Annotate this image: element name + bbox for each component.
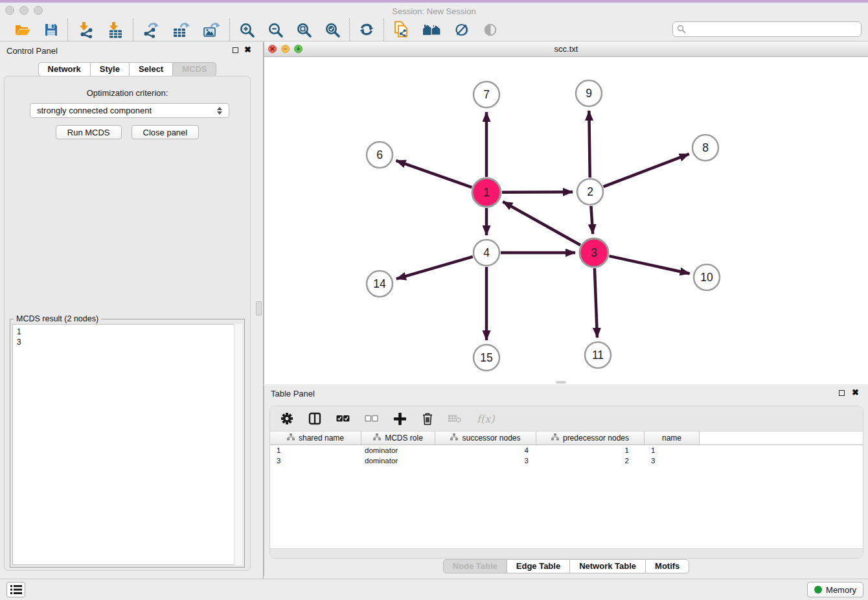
edge-1-6[interactable] — [396, 161, 472, 187]
zoom-selected-icon[interactable] — [325, 22, 340, 38]
graph-node-4[interactable]: 4 — [474, 240, 499, 266]
table-row[interactable]: 1dominator411 — [270, 445, 863, 456]
graph-node-11[interactable]: 11 — [585, 342, 611, 368]
svg-text:15: 15 — [480, 351, 492, 364]
control-panel: Control Panel ✖ NetworkStyleSelectMCDS O… — [0, 42, 255, 579]
cell-successor-nodes[interactable]: 4 — [435, 446, 536, 454]
delete-column-icon[interactable] — [422, 412, 433, 426]
hide-graphics-details-icon[interactable] — [455, 23, 470, 37]
splitter-grip[interactable] — [256, 301, 262, 316]
export-image-icon[interactable] — [203, 21, 220, 38]
list-icon — [10, 585, 22, 594]
column-header-predecessor-nodes[interactable]: predecessor nodes — [536, 431, 645, 444]
search-input[interactable] — [672, 21, 862, 37]
column-header-shared-name[interactable]: shared name — [270, 431, 361, 444]
import-network-icon[interactable] — [77, 21, 94, 38]
edge-2-8[interactable] — [604, 154, 689, 187]
cell-shared-name[interactable]: 3 — [270, 457, 361, 465]
tab-motifs[interactable]: Motifs — [645, 559, 689, 573]
unselect-all-icon[interactable] — [365, 415, 378, 422]
export-network-icon[interactable] — [143, 21, 159, 38]
table-close-icon[interactable]: ✖ — [852, 387, 859, 397]
control-panel-title: Control Panel — [6, 46, 58, 56]
edge-2-9[interactable] — [589, 111, 589, 178]
column-header-MCDS-role[interactable]: MCDS role — [361, 431, 435, 444]
tab-select[interactable]: Select — [129, 62, 173, 76]
first-neighbors-icon[interactable] — [393, 21, 409, 38]
delete-table-icon[interactable] — [448, 413, 462, 424]
search-box — [672, 21, 862, 37]
tab-network[interactable]: Network — [38, 62, 91, 76]
edge-1-2[interactable] — [502, 192, 573, 192]
show-graphics-details-icon[interactable] — [483, 23, 497, 37]
network-window: ✕ − + scc.txt 7968124314101511 — [264, 41, 868, 384]
network-canvas[interactable]: 7968124314101511 — [264, 57, 868, 384]
edge-3-1[interactable] — [503, 202, 580, 245]
graph-node-10[interactable]: 10 — [694, 264, 720, 290]
cell-predecessor-nodes[interactable]: 1 — [536, 446, 645, 454]
show-columns-icon[interactable] — [308, 412, 321, 425]
table-float-icon[interactable] — [839, 390, 845, 396]
vertical-splitter[interactable] — [255, 42, 264, 579]
task-history-button[interactable] — [6, 582, 25, 597]
result-scrollbar[interactable] — [234, 324, 242, 565]
graph-node-9[interactable]: 9 — [576, 80, 602, 106]
import-table-icon[interactable] — [107, 21, 124, 38]
edge-4-14[interactable] — [396, 257, 473, 279]
cell-MCDS-role[interactable]: dominator — [361, 457, 435, 465]
cell-successor-nodes[interactable]: 3 — [435, 457, 536, 465]
edge-3-10[interactable] — [609, 256, 689, 273]
refresh-icon[interactable] — [359, 22, 374, 37]
svg-text:3: 3 — [591, 246, 597, 259]
criterion-select[interactable]: strongly connected component — [30, 103, 229, 118]
mcds-result-groupbox: MCDS result (2 nodes) 13 — [10, 319, 245, 568]
graph-node-1[interactable]: 1 — [472, 178, 501, 207]
close-panel-icon[interactable]: ✖ — [244, 45, 251, 54]
graph-node-8[interactable]: 8 — [692, 135, 718, 161]
open-session-icon[interactable] — [14, 22, 31, 38]
cell-shared-name[interactable]: 1 — [270, 446, 361, 454]
cell-MCDS-role[interactable]: dominator — [361, 446, 435, 454]
column-header-successor-nodes[interactable]: successor nodes — [435, 431, 536, 444]
node-table: f(x) shared nameMCDS rolesuccessor nodes… — [269, 406, 863, 559]
memory-button[interactable]: Memory — [807, 582, 863, 597]
edge-3-11[interactable] — [595, 268, 597, 338]
table-toolbar: f(x) — [270, 406, 863, 431]
tab-style[interactable]: Style — [90, 62, 130, 76]
table-row[interactable]: 3dominator323 — [270, 456, 863, 466]
export-table-icon[interactable] — [172, 21, 190, 38]
cell-name[interactable]: 3 — [645, 457, 700, 465]
mcds-result-text[interactable]: 13 — [12, 324, 242, 565]
zoom-fit-icon[interactable] — [296, 22, 312, 38]
tab-mcds[interactable]: MCDS — [172, 62, 216, 76]
graph-node-15[interactable]: 15 — [474, 345, 499, 371]
save-session-icon[interactable] — [44, 23, 58, 37]
add-column-icon[interactable] — [393, 412, 407, 426]
run-mcds-button[interactable]: Run MCDS — [56, 125, 122, 139]
settings-icon[interactable] — [280, 412, 293, 425]
graph-node-3[interactable]: 3 — [580, 238, 608, 267]
zoom-out-icon[interactable] — [268, 22, 283, 38]
canvas-scroll-grip[interactable] — [556, 381, 566, 384]
tab-node-table[interactable]: Node Table — [443, 559, 507, 573]
graph-node-7[interactable]: 7 — [474, 82, 499, 108]
float-panel-icon[interactable] — [233, 47, 238, 53]
select-all-icon[interactable] — [336, 415, 350, 422]
graph-node-6[interactable]: 6 — [367, 142, 393, 168]
close-panel-button[interactable]: Close panel — [131, 125, 200, 139]
graph-node-2[interactable]: 2 — [577, 179, 603, 205]
tab-network-table[interactable]: Network Table — [569, 559, 646, 573]
cell-name[interactable]: 1 — [645, 446, 700, 454]
table-panel: Table Panel ✖ f(x) shared nameMCDS roles… — [264, 386, 868, 575]
function-builder-icon[interactable]: f(x) — [477, 413, 494, 425]
apply-layout-icon[interactable] — [422, 23, 442, 37]
zoom-in-icon[interactable] — [239, 22, 255, 38]
graph-node-14[interactable]: 14 — [367, 271, 393, 297]
edge-2-3[interactable] — [591, 206, 593, 234]
cell-predecessor-nodes[interactable]: 2 — [536, 457, 645, 465]
toolbar-group — [68, 18, 133, 41]
column-header-name[interactable]: name — [645, 431, 700, 444]
network-title: scc.txt — [264, 44, 868, 54]
optimization-criterion-label: Optimization criterion: — [5, 88, 250, 98]
tab-edge-table[interactable]: Edge Table — [507, 559, 570, 573]
